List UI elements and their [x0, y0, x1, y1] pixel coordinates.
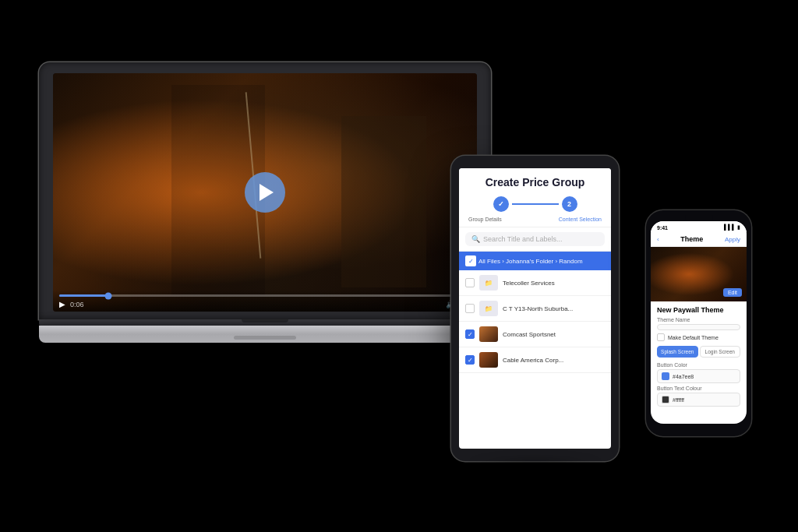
phone-status-bar: 9:41 ▌▌▌ ▮	[651, 221, 747, 232]
default-theme-checkbox[interactable]	[657, 333, 665, 341]
play-icon-small[interactable]: ▶	[59, 300, 65, 308]
tablet-outer: Create Price Group ✓ 2 Group Details Con…	[451, 156, 619, 461]
folder-icon-2: 📁	[479, 301, 498, 316]
step-line	[512, 203, 559, 205]
play-triangle-icon	[260, 184, 274, 201]
file-name-1: Telecoller Services	[503, 280, 605, 287]
laptop-screen-inner: ▶ 0:06 🔊 ⛶	[53, 73, 477, 312]
laptop-base	[39, 326, 491, 343]
step-2-label: Content Selection	[559, 217, 602, 222]
file-name-2: C T Y13-North Suburba...	[503, 305, 605, 312]
theme-name-label: Theme Name	[657, 317, 740, 322]
phone-apply-button[interactable]: Apply	[725, 236, 740, 243]
file-row[interactable]: 📁 Telecoller Services	[459, 270, 611, 296]
phone-theme-section: New Paywall Theme Theme Name Make Defaul…	[651, 301, 747, 414]
wizard-steps: ✓ 2	[467, 196, 603, 212]
search-placeholder: Search Title and Labels...	[483, 235, 563, 243]
file-checkbox-1[interactable]	[465, 278, 475, 287]
laptop: ▶ 0:06 🔊 ⛶	[39, 62, 491, 343]
phone-screen: 9:41 ▌▌▌ ▮ ‹ Theme Apply Edit	[651, 221, 747, 424]
phone-hero-image: Edit	[651, 247, 747, 301]
breadcrumb-text: All Files › Johanna's Folder › Random	[478, 258, 583, 265]
laptop-hinge	[39, 319, 491, 326]
file-row-3[interactable]: ✓ Comcast Sportsnet	[459, 322, 611, 347]
video-controls: ▶ 0:06 🔊 ⛶	[53, 290, 477, 312]
step-1-label: Group Details	[468, 217, 502, 222]
button-text-color-input[interactable]: #ffffff	[657, 393, 740, 407]
button-color-swatch	[662, 372, 669, 380]
phone-section-title: New Paywall Theme	[657, 306, 740, 314]
phone-outer: 9:41 ▌▌▌ ▮ ‹ Theme Apply Edit	[646, 210, 751, 436]
tablet-file-list: 📁 Telecoller Services 📁 C T Y13-North Su…	[459, 270, 611, 373]
tab-login-screen[interactable]: Login Screen	[700, 346, 741, 358]
tablet-header: Create Price Group ✓ 2 Group Details Con…	[459, 168, 611, 227]
step-2-circle: 2	[562, 196, 577, 212]
time-display: 0:06	[70, 301, 84, 308]
file-row-2[interactable]: 📁 C T Y13-North Suburba...	[459, 296, 611, 322]
phone-back-button[interactable]: ‹	[657, 236, 659, 243]
file-row-4[interactable]: ✓ Cable America Corp...	[459, 347, 611, 373]
phone-time: 9:41	[657, 225, 668, 231]
button-color-value: #4a7ee8	[673, 374, 694, 379]
progress-bar[interactable]	[59, 294, 471, 297]
theme-name-input[interactable]	[657, 324, 740, 330]
guitarist-silhouette	[341, 116, 426, 287]
video-icon-1	[479, 326, 498, 342]
step-1-circle: ✓	[493, 196, 509, 212]
phone-status-icons: ▌▌▌ ▮	[724, 224, 740, 231]
file-checkbox-4[interactable]: ✓	[465, 355, 475, 365]
phone-header: ‹ Theme Apply	[651, 232, 747, 247]
file-checkbox-2[interactable]	[465, 304, 475, 313]
progress-thumb[interactable]	[105, 292, 112, 299]
button-color-input[interactable]: #4a7ee8	[657, 369, 740, 383]
signal-icon: ▌▌▌	[724, 224, 736, 231]
button-text-color-swatch	[662, 396, 669, 403]
video-icon-2	[479, 352, 498, 368]
file-name-3: Comcast Sportsnet	[503, 331, 605, 338]
default-theme-row: Make Default Theme	[657, 333, 740, 341]
search-box[interactable]: 🔍 Search Title and Labels...	[465, 232, 605, 246]
folder-icon-1: 📁	[479, 275, 498, 291]
phone-edit-button[interactable]: Edit	[723, 288, 742, 297]
button-text-color-label: Button Text Colour	[657, 386, 740, 391]
tablet-title: Create Price Group	[467, 176, 603, 188]
default-theme-label: Make Default Theme	[668, 335, 719, 340]
phone-title: Theme	[680, 235, 703, 243]
button-text-color-value: #ffffff	[673, 397, 684, 403]
screen-tabs: Splash Screen Login Screen	[657, 346, 740, 358]
breadcrumb-check: ✓	[465, 255, 476, 266]
step-labels: Group Details Content Selection	[467, 217, 603, 222]
tablet-shadow	[468, 457, 602, 473]
search-icon: 🔍	[471, 235, 480, 243]
tab-splash-screen[interactable]: Splash Screen	[657, 346, 698, 358]
battery-icon: ▮	[737, 224, 740, 231]
play-button[interactable]	[245, 172, 285, 213]
phone-notch	[685, 215, 713, 220]
scene: ▶ 0:06 🔊 ⛶ Create Price Group ✓	[0, 0, 798, 532]
progress-fill	[59, 294, 108, 297]
tablet-search: 🔍 Search Title and Labels...	[459, 227, 611, 252]
file-checkbox-3[interactable]: ✓	[465, 329, 475, 339]
tablet-breadcrumb: ✓ All Files › Johanna's Folder › Random	[459, 252, 611, 270]
video-bottom-controls: ▶ 0:06 🔊 ⛶	[59, 300, 471, 308]
phone: 9:41 ▌▌▌ ▮ ‹ Theme Apply Edit	[646, 210, 751, 436]
laptop-screen-outer: ▶ 0:06 🔊 ⛶	[39, 62, 491, 319]
tablet-screen: Create Price Group ✓ 2 Group Details Con…	[459, 168, 611, 449]
file-name-4: Cable America Corp...	[503, 357, 605, 364]
button-color-label: Button Color	[657, 362, 740, 368]
tablet: Create Price Group ✓ 2 Group Details Con…	[451, 156, 619, 461]
